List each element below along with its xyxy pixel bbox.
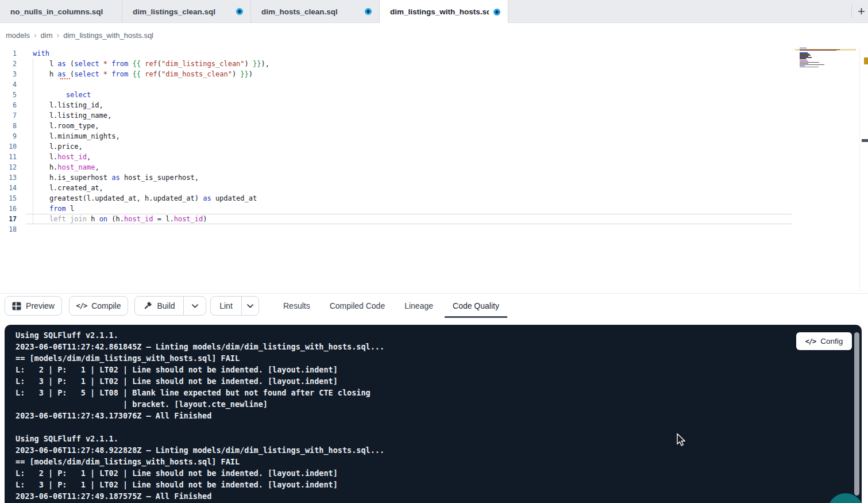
terminal-scrollbar-thumb[interactable] xyxy=(854,332,859,496)
code-text: l.listing_name, xyxy=(33,110,868,121)
code-line-1[interactable]: 1with xyxy=(0,48,868,59)
code-line-17[interactable]: 17 left join h on (h.host_id = l.host_id… xyxy=(0,214,868,224)
code-text: l.host_id, xyxy=(33,152,868,162)
code-text: l.listing_id, xyxy=(33,100,868,110)
lint-squiggle xyxy=(60,77,70,79)
tab-compiled-code[interactable]: Compiled Code xyxy=(320,294,395,318)
tab-lineage[interactable]: Lineage xyxy=(395,294,443,318)
tab-code-quality[interactable]: Code Quality xyxy=(443,294,509,318)
build-label: Build xyxy=(157,301,175,310)
code-brackets-icon: </> xyxy=(76,302,87,310)
file-tab-dim_listings_clean[interactable]: dim_listings_clean.sql xyxy=(122,0,251,23)
lint-button[interactable]: Lint xyxy=(210,296,242,316)
compile-label: Compile xyxy=(91,301,121,310)
line-number: 15 xyxy=(0,193,17,203)
line-number: 11 xyxy=(0,152,17,162)
line-number: 7 xyxy=(0,110,17,121)
line-number: 1 xyxy=(0,48,17,59)
line-number: 12 xyxy=(0,162,17,172)
line-number: 14 xyxy=(0,183,17,193)
lint-split-button: Lint xyxy=(210,296,259,316)
mouse-cursor xyxy=(676,433,687,447)
tab-label: no_nulls_in_columns.sql xyxy=(10,7,114,16)
compile-button[interactable]: </> Compile xyxy=(69,296,128,316)
tab-label: dim_listings_clean.sql xyxy=(133,7,232,16)
editor-tab-bar: no_nulls_in_columns.sqldim_listings_clea… xyxy=(0,0,868,23)
line-number: 8 xyxy=(0,121,17,131)
line-number: 9 xyxy=(0,131,17,141)
code-line-12[interactable]: 12 h.host_name, xyxy=(0,162,868,172)
build-split-button: Build xyxy=(134,296,206,316)
code-line-6[interactable]: 6 l.listing_id, xyxy=(0,100,868,110)
line-number: 6 xyxy=(0,100,17,110)
code-line-10[interactable]: 10 l.price, xyxy=(0,141,868,152)
code-editor[interactable]: 1with2 l as (select * from {{ ref("dim_l… xyxy=(0,47,868,293)
build-dropdown-button[interactable] xyxy=(183,296,206,316)
unsaved-changes-icon xyxy=(365,8,372,15)
file-tab-dim_listings_with_hosts[interactable]: dim_listings_with_hosts.sql xyxy=(380,0,508,24)
config-button[interactable]: </> Config xyxy=(796,332,852,350)
chevron-down-icon xyxy=(192,304,198,308)
code-text: l.minimum_nights, xyxy=(33,131,868,141)
code-brackets-icon: </> xyxy=(805,337,816,345)
code-line-2[interactable]: 2 l as (select * from {{ ref("dim_listin… xyxy=(0,59,868,69)
code-line-18[interactable]: 18 xyxy=(0,224,868,235)
code-text: greatest(l.updated_at, h.updated_at) as … xyxy=(33,193,868,203)
line-number: 5 xyxy=(0,90,17,100)
minimap[interactable] xyxy=(798,48,841,71)
chevron-down-icon xyxy=(247,304,253,308)
line-number: 18 xyxy=(0,224,17,235)
table-icon xyxy=(12,302,21,310)
code-text: l.created_at, xyxy=(33,183,868,193)
line-number: 10 xyxy=(0,141,17,152)
breadcrumb-segment-dim[interactable]: dim xyxy=(41,31,53,40)
lint-label: Lint xyxy=(219,301,233,310)
file-tabs: no_nulls_in_columns.sqldim_listings_clea… xyxy=(0,0,868,23)
code-line-11[interactable]: 11 l.host_id, xyxy=(0,152,868,162)
dbt-ide-window: no_nulls_in_columns.sqldim_listings_clea… xyxy=(0,0,868,503)
file-tab-no_nulls_in_columns[interactable]: no_nulls_in_columns.sql xyxy=(0,0,122,23)
terminal-output: Using SQLFluff v2.1.1. 2023-06-06T11:27:… xyxy=(16,329,384,502)
code-line-15[interactable]: 15 greatest(l.updated_at, h.updated_at) … xyxy=(0,193,868,203)
line-number: 17 xyxy=(0,214,17,224)
editor-toolbar: Preview </> Compile Build xyxy=(0,293,868,317)
hammer-icon xyxy=(143,301,152,310)
breadcrumb-segment-dim_listings_with_hosts[interactable]: dim_listings_with_hosts.sql xyxy=(63,31,153,40)
terminal-panel: Using SQLFluff v2.1.1. 2023-06-06T11:27:… xyxy=(5,325,862,503)
breadcrumb: models›dim›dim_listings_with_hosts.sql xyxy=(6,23,153,47)
code-text: h.host_name, xyxy=(33,162,868,172)
file-tab-dim_hosts_clean[interactable]: dim_hosts_clean.sql xyxy=(251,0,380,23)
new-tab-button[interactable]: + xyxy=(854,3,868,19)
code-text: h as (select * from {{ ref("dim_hosts_cl… xyxy=(33,69,868,79)
code-text: l.price, xyxy=(33,141,868,152)
code-text: left join h on (h.host_id = l.host_id) xyxy=(33,214,868,224)
line-number: 16 xyxy=(0,203,17,214)
code-line-5[interactable]: 5 select xyxy=(0,90,868,100)
tab-label: dim_hosts_clean.sql xyxy=(261,7,360,16)
code-line-14[interactable]: 14 l.created_at, xyxy=(0,183,868,193)
line-number: 2 xyxy=(0,59,17,69)
code-text: l.room_type, xyxy=(33,121,868,131)
breadcrumb-segment-models[interactable]: models xyxy=(6,31,30,40)
preview-button[interactable]: Preview xyxy=(5,296,62,316)
code-line-9[interactable]: 9 l.minimum_nights, xyxy=(0,131,868,141)
code-line-7[interactable]: 7 l.listing_name, xyxy=(0,110,868,121)
code-text: with xyxy=(33,48,868,59)
build-button[interactable]: Build xyxy=(134,296,184,316)
unsaved-changes-icon xyxy=(236,8,243,15)
code-line-8[interactable]: 8 l.room_type, xyxy=(0,121,868,131)
code-text: select xyxy=(33,90,868,100)
code-line-13[interactable]: 13 h.is_superhost as host_is_superhost, xyxy=(0,172,868,183)
code-text: h.is_superhost as host_is_superhost, xyxy=(33,172,868,183)
breadcrumb-separator: › xyxy=(34,30,37,40)
tab-results[interactable]: Results xyxy=(273,294,320,318)
editor-lines: 1with2 l as (select * from {{ ref("dim_l… xyxy=(0,48,868,235)
line-number: 3 xyxy=(0,69,17,79)
code-line-16[interactable]: 16 from l xyxy=(0,203,868,214)
code-line-3[interactable]: 3 h as (select * from {{ ref("dim_hosts_… xyxy=(0,69,868,79)
unsaved-changes-icon xyxy=(493,9,500,16)
lint-dropdown-button[interactable] xyxy=(241,296,259,316)
file-header-bar: models›dim›dim_listings_with_hosts.sql S… xyxy=(0,23,868,47)
code-line-4[interactable]: 4 xyxy=(0,79,868,90)
code-text: from l xyxy=(33,203,868,214)
